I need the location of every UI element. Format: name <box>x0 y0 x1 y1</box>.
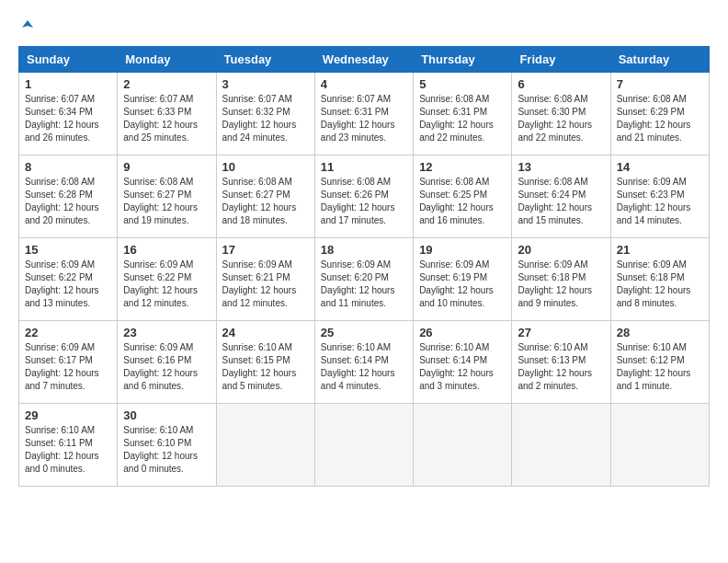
day-number: 16 <box>123 243 210 257</box>
day-cell-23: 23Sunrise: 6:09 AMSunset: 6:16 PMDayligh… <box>118 321 216 404</box>
day-number: 12 <box>419 160 506 174</box>
day-info: Sunrise: 6:10 AMSunset: 6:14 PMDaylight:… <box>321 342 395 391</box>
day-number: 29 <box>25 408 111 422</box>
day-cell-24: 24Sunrise: 6:10 AMSunset: 6:15 PMDayligh… <box>216 321 314 404</box>
day-info: Sunrise: 6:09 AMSunset: 6:20 PMDaylight:… <box>321 259 395 308</box>
day-info: Sunrise: 6:09 AMSunset: 6:21 PMDaylight:… <box>222 259 297 308</box>
day-cell-17: 17Sunrise: 6:09 AMSunset: 6:21 PMDayligh… <box>216 238 314 321</box>
day-cell-15: 15Sunrise: 6:09 AMSunset: 6:22 PMDayligh… <box>19 238 118 321</box>
day-info: Sunrise: 6:09 AMSunset: 6:18 PMDaylight:… <box>617 259 691 308</box>
day-info: Sunrise: 6:07 AMSunset: 6:33 PMDaylight:… <box>123 94 198 143</box>
day-info: Sunrise: 6:08 AMSunset: 6:25 PMDaylight:… <box>419 177 494 225</box>
empty-cell <box>610 404 709 487</box>
day-info: Sunrise: 6:10 AMSunset: 6:13 PMDaylight:… <box>518 342 592 391</box>
day-number: 11 <box>321 160 407 174</box>
day-info: Sunrise: 6:08 AMSunset: 6:24 PMDaylight:… <box>518 177 592 225</box>
day-number: 4 <box>321 77 407 91</box>
day-number: 10 <box>222 160 309 174</box>
empty-cell <box>216 404 314 487</box>
day-cell-8: 8Sunrise: 6:08 AMSunset: 6:28 PMDaylight… <box>19 155 118 238</box>
day-number: 26 <box>419 326 506 339</box>
day-number: 28 <box>617 326 703 339</box>
day-number: 18 <box>321 243 407 257</box>
day-info: Sunrise: 6:08 AMSunset: 6:28 PMDaylight:… <box>25 177 99 225</box>
day-info: Sunrise: 6:09 AMSunset: 6:22 PMDaylight:… <box>25 259 99 308</box>
day-info: Sunrise: 6:09 AMSunset: 6:16 PMDaylight:… <box>123 342 198 391</box>
weekday-header-tuesday: Tuesday <box>216 47 314 73</box>
day-cell-16: 16Sunrise: 6:09 AMSunset: 6:22 PMDayligh… <box>118 238 216 321</box>
day-info: Sunrise: 6:09 AMSunset: 6:22 PMDaylight:… <box>123 259 198 308</box>
day-number: 13 <box>518 160 604 174</box>
day-info: Sunrise: 6:08 AMSunset: 6:27 PMDaylight:… <box>222 177 297 225</box>
calendar-week-0: 1Sunrise: 6:07 AMSunset: 6:34 PMDaylight… <box>19 73 710 155</box>
weekday-header-sunday: Sunday <box>19 47 118 73</box>
page-header <box>18 18 710 37</box>
day-cell-12: 12Sunrise: 6:08 AMSunset: 6:25 PMDayligh… <box>414 155 512 238</box>
day-number: 19 <box>419 243 506 257</box>
day-cell-11: 11Sunrise: 6:08 AMSunset: 6:26 PMDayligh… <box>314 155 413 238</box>
calendar-week-3: 22Sunrise: 6:09 AMSunset: 6:17 PMDayligh… <box>19 321 710 404</box>
day-number: 9 <box>123 160 210 174</box>
day-number: 17 <box>222 243 309 257</box>
day-info: Sunrise: 6:08 AMSunset: 6:30 PMDaylight:… <box>518 94 592 143</box>
day-cell-27: 27Sunrise: 6:10 AMSunset: 6:13 PMDayligh… <box>512 321 610 404</box>
day-number: 15 <box>25 243 111 257</box>
day-info: Sunrise: 6:09 AMSunset: 6:19 PMDaylight:… <box>419 259 494 308</box>
calendar-table: SundayMondayTuesdayWednesdayThursdayFrid… <box>18 46 710 487</box>
weekday-header-saturday: Saturday <box>610 47 709 73</box>
day-info: Sunrise: 6:10 AMSunset: 6:12 PMDaylight:… <box>617 342 691 391</box>
day-cell-1: 1Sunrise: 6:07 AMSunset: 6:34 PMDaylight… <box>19 73 118 155</box>
day-number: 24 <box>222 326 309 339</box>
day-cell-9: 9Sunrise: 6:08 AMSunset: 6:27 PMDaylight… <box>118 155 216 238</box>
day-number: 30 <box>123 408 210 422</box>
day-info: Sunrise: 6:10 AMSunset: 6:15 PMDaylight:… <box>222 342 297 391</box>
day-cell-18: 18Sunrise: 6:09 AMSunset: 6:20 PMDayligh… <box>314 238 413 321</box>
calendar-week-4: 29Sunrise: 6:10 AMSunset: 6:11 PMDayligh… <box>19 404 710 487</box>
day-info: Sunrise: 6:08 AMSunset: 6:29 PMDaylight:… <box>617 94 691 143</box>
day-number: 1 <box>25 77 111 91</box>
day-number: 14 <box>617 160 703 174</box>
day-cell-7: 7Sunrise: 6:08 AMSunset: 6:29 PMDaylight… <box>610 73 709 155</box>
weekday-header-monday: Monday <box>118 47 216 73</box>
day-cell-5: 5Sunrise: 6:08 AMSunset: 6:31 PMDaylight… <box>414 73 512 155</box>
day-info: Sunrise: 6:10 AMSunset: 6:10 PMDaylight:… <box>123 425 198 474</box>
day-cell-20: 20Sunrise: 6:09 AMSunset: 6:18 PMDayligh… <box>512 238 610 321</box>
calendar-week-2: 15Sunrise: 6:09 AMSunset: 6:22 PMDayligh… <box>19 238 710 321</box>
svg-marker-0 <box>22 20 33 28</box>
day-number: 20 <box>518 243 604 257</box>
day-cell-19: 19Sunrise: 6:09 AMSunset: 6:19 PMDayligh… <box>414 238 512 321</box>
weekday-header-row: SundayMondayTuesdayWednesdayThursdayFrid… <box>19 47 710 73</box>
logo-bird-icon <box>20 18 35 33</box>
day-info: Sunrise: 6:07 AMSunset: 6:31 PMDaylight:… <box>321 94 395 143</box>
day-info: Sunrise: 6:08 AMSunset: 6:31 PMDaylight:… <box>419 94 494 143</box>
day-cell-30: 30Sunrise: 6:10 AMSunset: 6:10 PMDayligh… <box>118 404 216 487</box>
day-info: Sunrise: 6:07 AMSunset: 6:32 PMDaylight:… <box>222 94 297 143</box>
day-number: 2 <box>123 77 210 91</box>
empty-cell <box>512 404 610 487</box>
calendar-week-1: 8Sunrise: 6:08 AMSunset: 6:28 PMDaylight… <box>19 155 710 238</box>
day-cell-26: 26Sunrise: 6:10 AMSunset: 6:14 PMDayligh… <box>414 321 512 404</box>
day-number: 27 <box>518 326 604 339</box>
day-number: 3 <box>222 77 309 91</box>
logo <box>18 18 35 37</box>
day-cell-22: 22Sunrise: 6:09 AMSunset: 6:17 PMDayligh… <box>19 321 118 404</box>
day-info: Sunrise: 6:08 AMSunset: 6:26 PMDaylight:… <box>321 177 395 225</box>
day-info: Sunrise: 6:09 AMSunset: 6:23 PMDaylight:… <box>617 177 691 225</box>
weekday-header-friday: Friday <box>512 47 610 73</box>
day-number: 22 <box>25 326 111 339</box>
day-info: Sunrise: 6:10 AMSunset: 6:14 PMDaylight:… <box>419 342 494 391</box>
day-cell-3: 3Sunrise: 6:07 AMSunset: 6:32 PMDaylight… <box>216 73 314 155</box>
day-cell-13: 13Sunrise: 6:08 AMSunset: 6:24 PMDayligh… <box>512 155 610 238</box>
day-cell-2: 2Sunrise: 6:07 AMSunset: 6:33 PMDaylight… <box>118 73 216 155</box>
day-info: Sunrise: 6:09 AMSunset: 6:18 PMDaylight:… <box>518 259 592 308</box>
day-cell-6: 6Sunrise: 6:08 AMSunset: 6:30 PMDaylight… <box>512 73 610 155</box>
day-info: Sunrise: 6:07 AMSunset: 6:34 PMDaylight:… <box>25 94 99 143</box>
day-number: 7 <box>617 77 703 91</box>
day-info: Sunrise: 6:08 AMSunset: 6:27 PMDaylight:… <box>123 177 198 225</box>
day-number: 25 <box>321 326 407 339</box>
day-number: 8 <box>25 160 111 174</box>
day-number: 23 <box>123 326 210 339</box>
weekday-header-thursday: Thursday <box>414 47 512 73</box>
day-number: 5 <box>419 77 506 91</box>
day-cell-14: 14Sunrise: 6:09 AMSunset: 6:23 PMDayligh… <box>610 155 709 238</box>
